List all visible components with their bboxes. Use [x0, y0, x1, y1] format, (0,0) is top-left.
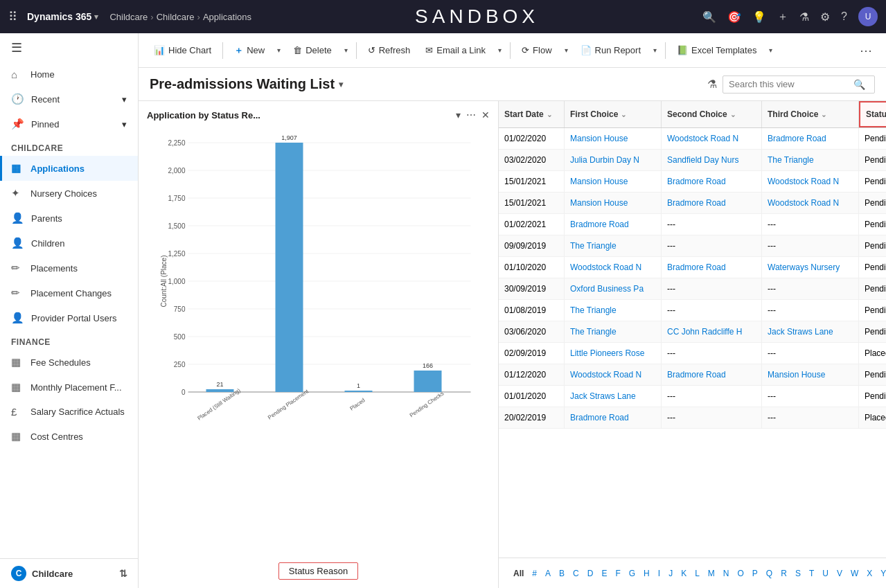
alpha-filter-a[interactable]: A	[542, 567, 554, 580]
alpha-filter-b[interactable]: B	[556, 567, 568, 580]
breadcrumb-childcare2[interactable]: Childcare	[157, 12, 195, 22]
search-icon[interactable]: 🔍	[853, 79, 865, 90]
sidebar-item-nursery-choices[interactable]: ✦ Nursery Choices	[0, 181, 138, 206]
cell-third-choice[interactable]: Woodstock Road N	[762, 171, 859, 192]
flow-button[interactable]: ⟳ Flow	[515, 41, 558, 60]
alpha-filter-q[interactable]: Q	[763, 567, 776, 580]
alpha-filter-all[interactable]: All	[510, 567, 527, 580]
alpha-filter-m[interactable]: M	[705, 567, 718, 580]
new-dropdown-arrow[interactable]: ▾	[273, 42, 285, 58]
alpha-filter-x[interactable]: X	[863, 567, 876, 580]
cell-first-choice[interactable]: The Triangle	[565, 300, 662, 321]
cell-first-choice[interactable]: Mansion House	[565, 128, 662, 149]
alpha-filter-t[interactable]: T	[806, 567, 817, 580]
cell-second-choice[interactable]: Bradmore Road	[662, 257, 762, 278]
sidebar-bottom[interactable]: C Childcare ⇅	[0, 558, 139, 588]
sidebar-item-parents[interactable]: 👤 Parents	[0, 206, 138, 231]
delete-dropdown-arrow[interactable]: ▾	[340, 42, 352, 58]
cell-third-choice[interactable]: Waterways Nursery	[762, 257, 859, 278]
filter-icon[interactable]: ⚗	[707, 78, 717, 91]
settings-icon[interactable]: ⚙	[820, 10, 830, 24]
chart-dropdown-icon[interactable]: ▾	[456, 109, 461, 121]
col-header-first-choice[interactable]: First Choice ⌄	[565, 101, 662, 127]
sidebar-item-fee-schedules[interactable]: ▦ Fee Schedules	[0, 350, 138, 375]
table-row[interactable]: 02/09/2019 Little Pioneers Rose --- --- …	[499, 343, 886, 364]
cell-second-choice[interactable]: CC John Radcliffe H	[662, 321, 762, 342]
cell-first-choice[interactable]: Mansion House	[565, 171, 662, 192]
alpha-filter-g[interactable]: G	[626, 567, 639, 580]
table-row[interactable]: 01/02/2020 Mansion House Woodstock Road …	[499, 128, 886, 150]
breadcrumb-childcare[interactable]: Childcare	[109, 12, 148, 22]
alpha-filter-r[interactable]: R	[777, 567, 790, 580]
alpha-filter-n[interactable]: N	[720, 567, 733, 580]
cell-third-choice[interactable]: Woodstock Road N	[762, 193, 859, 213]
alpha-filter-i[interactable]: I	[655, 567, 664, 580]
col-header-second-choice[interactable]: Second Choice ⌄	[662, 101, 762, 127]
search-input[interactable]	[729, 79, 853, 89]
alpha-filter-h[interactable]: H	[640, 567, 653, 580]
col-header-third-choice[interactable]: Third Choice ⌄	[762, 101, 859, 127]
table-row[interactable]: 01/10/2020 Woodstock Road N Bradmore Roa…	[499, 257, 886, 278]
sidebar-toggle[interactable]: ☰	[0, 33, 138, 62]
cell-second-choice[interactable]: Woodstock Road N	[662, 128, 762, 149]
sidebar-item-recent[interactable]: 🕐 Recent ▾	[0, 87, 138, 112]
cell-first-choice[interactable]: The Triangle	[565, 321, 662, 342]
cell-second-choice[interactable]: Bradmore Road	[662, 364, 762, 385]
run-report-dropdown-arrow[interactable]: ▾	[649, 42, 661, 58]
table-row[interactable]: 09/09/2019 The Triangle --- --- Pending …	[499, 235, 886, 257]
sidebar-bottom-arrow[interactable]: ⇅	[119, 568, 127, 579]
table-row[interactable]: 01/02/2021 Bradmore Road --- --- Pending…	[499, 214, 886, 235]
alpha-filter-o[interactable]: O	[734, 567, 747, 580]
cell-first-choice[interactable]: Oxford Business Pa	[565, 278, 662, 299]
table-row[interactable]: 20/02/2019 Bradmore Road --- --- Placed …	[499, 407, 886, 429]
email-dropdown-arrow[interactable]: ▾	[494, 42, 506, 58]
delete-button[interactable]: 🗑 Delete	[286, 41, 339, 60]
user-avatar[interactable]: U	[858, 7, 878, 26]
email-link-button[interactable]: ✉ Email a Link	[418, 41, 493, 60]
sidebar-item-pinned[interactable]: 📌 Pinned ▾	[0, 112, 138, 136]
cell-first-choice[interactable]: Jack Straws Lane	[565, 386, 662, 407]
alpha-filter-k[interactable]: K	[677, 567, 690, 580]
sidebar-item-monthly-placement[interactable]: ▦ Monthly Placement F...	[0, 375, 138, 400]
cell-first-choice[interactable]: Bradmore Road	[565, 407, 662, 428]
alpha-filter-l[interactable]: L	[691, 567, 703, 580]
page-title-dropdown-icon[interactable]: ▾	[339, 80, 343, 89]
plus-icon[interactable]: ＋	[777, 10, 788, 24]
alpha-filter-y[interactable]: Y	[877, 567, 886, 580]
alpha-filter-j[interactable]: J	[665, 567, 676, 580]
alpha-filter-c[interactable]: C	[569, 567, 583, 580]
cell-second-choice[interactable]: Bradmore Road	[662, 171, 762, 192]
cell-third-choice[interactable]: Mansion House	[762, 364, 859, 385]
search-nav-icon[interactable]: 🔍	[702, 10, 716, 24]
excel-templates-button[interactable]: 📗 Excel Templates	[670, 41, 763, 60]
cell-first-choice[interactable]: Mansion House	[565, 193, 662, 213]
table-row[interactable]: 01/01/2020 Jack Straws Lane --- --- Pend…	[499, 386, 886, 407]
sidebar-item-salary[interactable]: £ Salary Sacrifice Actuals	[0, 400, 138, 424]
alpha-filter-#[interactable]: #	[529, 567, 540, 580]
alpha-filter-d[interactable]: D	[584, 567, 597, 580]
run-report-button[interactable]: 📄 Run Report	[574, 41, 648, 60]
sidebar-item-home[interactable]: ⌂ Home	[0, 62, 138, 87]
table-row[interactable]: 03/02/2020 Julia Durbin Day N Sandfield …	[499, 150, 886, 171]
waffle-icon[interactable]: ⠿	[8, 9, 17, 24]
sidebar-item-applications[interactable]: ▦ Applications	[0, 156, 138, 181]
chart-more-icon[interactable]: ⋯	[466, 109, 476, 121]
sidebar-item-placement-changes[interactable]: ✏ Placement Changes	[0, 280, 138, 305]
cell-first-choice[interactable]: Julia Durbin Day N	[565, 150, 662, 170]
cell-third-choice[interactable]: The Triangle	[762, 150, 859, 170]
flow-dropdown-arrow[interactable]: ▾	[560, 42, 572, 58]
table-row[interactable]: 01/08/2019 The Triangle --- --- Pending …	[499, 300, 886, 321]
cell-third-choice[interactable]: Bradmore Road	[762, 128, 859, 149]
table-row[interactable]: 15/01/2021 Mansion House Bradmore Road W…	[499, 193, 886, 214]
new-button[interactable]: ＋ New	[227, 40, 272, 61]
excel-dropdown-arrow[interactable]: ▾	[765, 42, 777, 58]
cell-first-choice[interactable]: Little Pioneers Rose	[565, 343, 662, 364]
table-row[interactable]: 15/01/2021 Mansion House Bradmore Road W…	[499, 171, 886, 193]
cell-second-choice[interactable]: Bradmore Road	[662, 193, 762, 213]
hide-chart-button[interactable]: 📊 Hide Chart	[147, 41, 218, 60]
alpha-filter-s[interactable]: S	[792, 567, 804, 580]
sidebar-item-cost-centres[interactable]: ▦ Cost Centres	[0, 424, 138, 449]
table-row[interactable]: 30/09/2019 Oxford Business Pa --- --- Pe…	[499, 278, 886, 300]
alpha-filter-p[interactable]: P	[749, 567, 761, 580]
alpha-filter-u[interactable]: U	[819, 567, 832, 580]
